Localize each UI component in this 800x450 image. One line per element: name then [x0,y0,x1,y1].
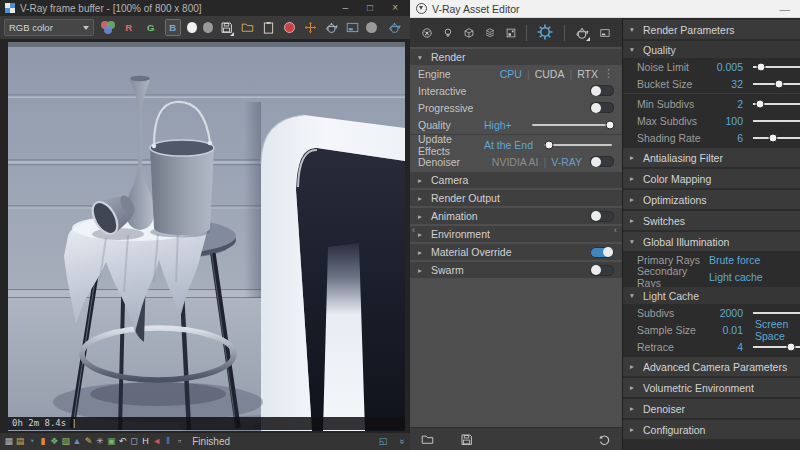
section-switches[interactable]: ▸ Switches [623,211,800,230]
history-icon[interactable]: H [140,433,151,450]
light-cache-section-header[interactable]: ▾ Light Cache [623,287,800,304]
titlebar-dash[interactable]: — [780,3,795,15]
show-vfb-icon[interactable] [345,20,360,36]
background-image-icon[interactable]: ▣ [106,433,117,450]
region-sphere-icon[interactable] [366,22,377,33]
denoiser-option-vray[interactable]: V-RAY [551,156,582,168]
color-balance-icon[interactable]: ▲ [71,433,82,450]
engine-option-rtx[interactable]: RTX [577,68,598,80]
open-settings-icon[interactable] [420,432,435,447]
update-effects-slider[interactable] [544,144,612,146]
quality-slider[interactable] [532,124,612,126]
noise-limit-slider[interactable] [753,66,800,68]
white-balance-icon[interactable]: ❖ [49,433,60,450]
interactive-label: Interactive [418,85,484,97]
section-environment[interactable]: ▸ Environment [410,226,622,242]
levels-icon[interactable]: ✎ [83,433,94,450]
progressive-row: Progressive [410,99,622,116]
pixel-info-icon[interactable]: ◔ [26,433,37,450]
kebab-menu-icon[interactable]: ⋮ [603,67,614,80]
render-parameters-header[interactable]: ▾ Render Parameters [623,20,800,39]
section-global-illumination[interactable]: ▾ Global Illumination [623,232,800,251]
render-elements-icon[interactable] [505,24,517,42]
bucket-size-slider[interactable] [753,83,800,85]
open-image-icon[interactable] [240,20,255,36]
min-subdivs-slider[interactable] [753,103,800,105]
layout-icon[interactable]: ▦ [3,433,14,450]
section-swarm[interactable]: ▸ Swarm [410,262,622,278]
close-button[interactable]: × [392,0,398,16]
section-animation[interactable]: ▸ Animation [410,208,622,224]
ab-compare-icon[interactable]: ◄ [151,433,162,450]
swarm-toggle[interactable] [590,265,614,276]
dock-icon[interactable]: ◱ [377,433,388,450]
render-last-icon[interactable] [386,20,402,36]
blue-channel-button[interactable]: B [165,19,181,36]
interactive-toggle[interactable] [590,85,614,96]
subdivs-slider[interactable] [753,312,800,314]
section-volumetric-environment[interactable]: ▸ Volumetric Environment [623,378,800,397]
section-denoiser[interactable]: ▸ Denoiser [623,399,800,418]
section-render-output[interactable]: ▸ Render Output [410,190,622,206]
quality-section-header[interactable]: ▾ Quality [623,41,800,58]
revert-settings-icon[interactable] [597,432,612,447]
geometry-icon[interactable] [463,24,475,42]
section-color-mapping[interactable]: ▸ Color Mapping [623,169,800,188]
engine-option-cpu[interactable]: CPU [500,68,522,80]
save-image-icon[interactable] [219,20,234,36]
progressive-toggle[interactable] [590,102,614,113]
denoiser-toggle[interactable] [590,156,614,167]
secondary-rays-value[interactable]: Light cache [709,271,763,283]
pan-icon[interactable] [303,20,318,36]
red-channel-button[interactable]: R [121,19,137,36]
primary-rays-value[interactable]: Brute force [709,254,760,266]
render-teapot-icon[interactable] [574,25,590,41]
stop-render-icon[interactable] [282,20,297,36]
stereo-icon[interactable]: ‖ [162,433,173,450]
section-camera[interactable]: ▸ Camera [410,172,622,188]
lights-icon[interactable] [442,24,454,42]
frame-buffer-icon[interactable] [599,24,611,42]
rgb-channels-icon[interactable] [100,20,115,35]
section-advanced-camera-parameters[interactable]: ▸ Advanced Camera Parameters [623,357,800,376]
materials-icon[interactable] [421,24,433,42]
hue-saturation-icon[interactable]: ▨ [60,433,71,450]
denoiser-option-nvidia[interactable]: NVIDIA AI [492,156,539,168]
settings-gear-icon[interactable] [535,22,555,44]
minimize-button[interactable]: – [343,0,349,16]
render-section-header[interactable]: ▾ Render [410,49,622,65]
panel-collapse-right-arrow[interactable]: ‹ [614,225,617,235]
curves-icon[interactable]: ↶ [117,433,128,450]
save-settings-icon[interactable] [459,432,474,447]
section-configuration[interactable]: ▸ Configuration [623,420,800,439]
caret-right-icon: ▸ [418,194,426,203]
retrace-slider[interactable] [753,346,800,348]
white-sphere-icon[interactable] [187,22,197,33]
textures-icon[interactable] [484,24,496,42]
clipboard-icon[interactable] [261,20,276,36]
channel-select[interactable]: RGB color [4,19,94,36]
gray-sphere-icon[interactable] [203,22,213,33]
render-teapot-icon[interactable] [324,20,339,36]
collapse-icon[interactable]: » [393,436,410,447]
caret-right-icon: ▸ [630,362,638,371]
panel-icon[interactable]: ▫ [174,433,185,450]
green-channel-button[interactable]: G [143,19,159,36]
caret-down-icon: ▾ [630,237,638,246]
sample-size-row: Sample Size 0.01 Screen Space [623,321,800,338]
max-subdivs-slider[interactable] [753,120,800,122]
animation-toggle[interactable] [590,211,614,222]
exposure-icon[interactable]: ✳ [94,433,105,450]
histogram-icon[interactable]: ▤ [14,433,25,450]
force-clamp-icon[interactable]: ▮ [37,433,48,450]
shading-rate-slider[interactable] [753,137,800,139]
engine-option-cuda[interactable]: CUDA [535,68,565,80]
panel-collapse-left-arrow[interactable]: ‹ [412,225,415,235]
section-antialiasing-filter[interactable]: ▸ Antialiasing Filter [623,148,800,167]
section-material-override[interactable]: ▸ Material Override [410,244,622,260]
maximize-button[interactable]: □ [367,0,373,16]
material-override-toggle[interactable] [590,247,614,258]
lut-icon[interactable]: ◻ [128,433,139,450]
section-optimizations[interactable]: ▸ Optimizations [623,190,800,209]
noise-limit-row: Noise Limit 0.005 [623,58,800,75]
